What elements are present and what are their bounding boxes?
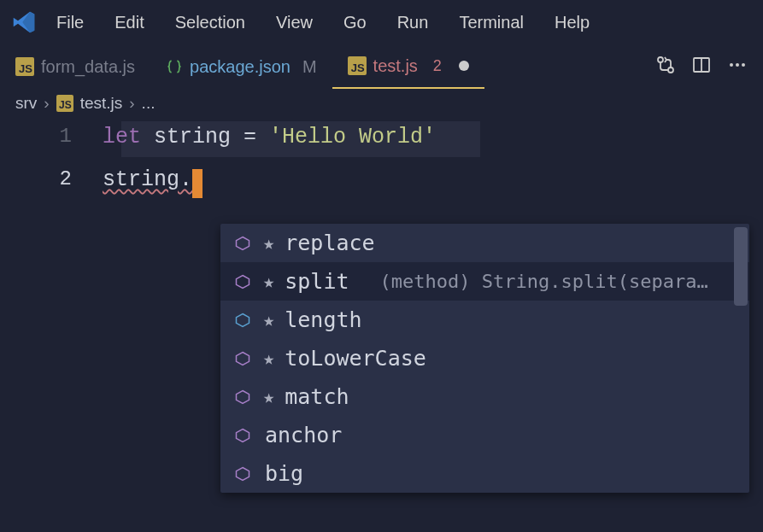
suggest-label: length <box>285 307 361 332</box>
star-icon: ★ <box>263 386 274 407</box>
method-icon <box>232 387 253 407</box>
menu-help[interactable]: Help <box>539 0 605 44</box>
code-line[interactable]: string. <box>103 164 202 198</box>
vscode-logo-icon <box>7 10 41 34</box>
chevron-right-icon: › <box>129 94 134 113</box>
breadcrumb-file[interactable]: test.js <box>80 94 123 113</box>
suggest-item-big[interactable]: big <box>220 454 749 493</box>
method-icon <box>232 233 253 254</box>
split-editor-icon[interactable] <box>691 55 712 79</box>
compare-changes-icon[interactable] <box>655 55 676 79</box>
more-actions-icon[interactable] <box>727 55 748 79</box>
svg-point-6 <box>742 63 745 67</box>
tab-label: form_data.js <box>41 57 135 77</box>
suggest-item-length[interactable]: ★ length <box>220 301 749 339</box>
menu-run[interactable]: Run <box>382 0 444 44</box>
method-icon <box>232 464 253 484</box>
breadcrumb-symbol[interactable]: ... <box>142 94 156 113</box>
text-cursor <box>192 169 202 198</box>
suggest-detail: (method) String.split(separa… <box>360 271 737 292</box>
menu-view[interactable]: View <box>261 0 328 44</box>
star-icon: ★ <box>263 348 274 369</box>
suggest-item-anchor[interactable]: anchor <box>220 416 749 454</box>
tab-modified-indicator: M <box>302 57 317 77</box>
menu-bar: File Edit Selection View Go Run Terminal… <box>0 0 763 44</box>
field-icon <box>232 310 253 330</box>
suggest-item-split[interactable]: ★ split (method) String.split(separa… <box>220 262 749 301</box>
code-line[interactable]: let string = 'Hello World' <box>103 121 436 149</box>
star-icon: ★ <box>263 271 274 292</box>
tab-package-json[interactable]: package.json M <box>150 44 332 89</box>
tab-label: package.json <box>190 57 291 77</box>
tab-dirty-indicator <box>459 61 469 71</box>
code-editor[interactable]: 1 let string = 'Hello World' 2 string. <box>0 121 763 207</box>
suggest-item-match[interactable]: ★ match <box>220 377 749 416</box>
suggest-label: big <box>265 461 303 486</box>
method-icon <box>232 272 253 292</box>
suggest-item-replace[interactable]: ★ replace <box>220 224 749 262</box>
js-file-icon: JS <box>56 95 73 112</box>
star-icon: ★ <box>263 232 274 254</box>
svg-point-4 <box>730 63 733 67</box>
tab-problem-count: 2 <box>433 57 442 75</box>
editor-actions <box>655 55 763 79</box>
tab-bar: JS form_data.js package.json M JS test.j… <box>0 44 763 89</box>
breadcrumb-folder[interactable]: srv <box>15 94 37 113</box>
menu-terminal[interactable]: Terminal <box>443 0 539 44</box>
menu-edit[interactable]: Edit <box>99 0 159 44</box>
autocomplete-popup: ★ replace ★ split (method) String.split(… <box>220 224 749 493</box>
menu-selection[interactable]: Selection <box>160 0 261 44</box>
tab-test-js[interactable]: JS test.js 2 <box>332 44 484 89</box>
svg-point-0 <box>658 57 663 62</box>
js-file-icon: JS <box>15 57 34 76</box>
line-number: 1 <box>0 121 103 148</box>
scrollbar-thumb[interactable] <box>734 227 748 306</box>
suggest-item-tolowercase[interactable]: ★ toLowerCase <box>220 339 749 377</box>
star-icon: ★ <box>263 309 274 330</box>
suggest-label: split <box>285 269 349 294</box>
suggest-label: match <box>285 384 349 409</box>
js-file-icon: JS <box>348 56 367 75</box>
method-icon <box>232 425 253 446</box>
svg-point-1 <box>668 67 673 73</box>
tab-form-data[interactable]: JS form_data.js <box>0 44 150 89</box>
suggest-label: toLowerCase <box>285 346 426 371</box>
suggest-label: anchor <box>265 423 342 447</box>
method-icon <box>232 348 253 369</box>
chevron-right-icon: › <box>44 94 49 113</box>
breadcrumb[interactable]: srv › JS test.js › ... <box>0 89 763 121</box>
menu-go[interactable]: Go <box>328 0 382 44</box>
json-file-icon <box>166 58 183 75</box>
svg-point-5 <box>736 63 739 67</box>
tab-label: test.js <box>373 56 418 76</box>
suggest-label: replace <box>285 231 374 255</box>
line-number: 2 <box>0 164 103 190</box>
menu-file[interactable]: File <box>41 0 99 44</box>
